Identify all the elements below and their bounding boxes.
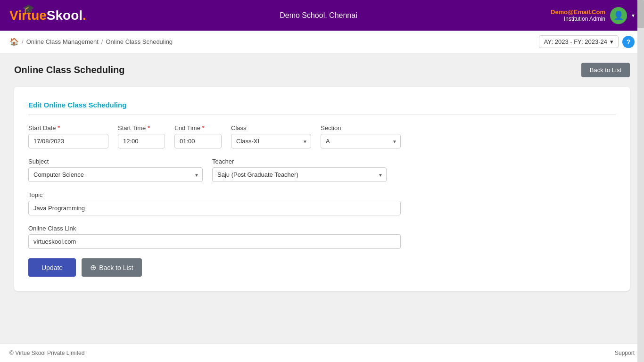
online-class-link-input[interactable] xyxy=(28,234,401,249)
teacher-group: Teacher Saju (Post Graduate Teacher) xyxy=(212,158,387,182)
footer-copyright: © Virtue Skool Private Limited xyxy=(9,350,84,356)
start-date-group: Start Date * xyxy=(28,124,108,148)
user-email: Demo@Email.Com xyxy=(551,8,605,16)
form-row-1: Start Date * Start Time * End Time * Cla… xyxy=(28,124,616,148)
back-to-list-label: Back to List xyxy=(99,264,133,272)
start-time-required: * xyxy=(148,124,150,132)
class-select[interactable]: Class-XI xyxy=(231,134,311,148)
user-dropdown-arrow[interactable]: ▾ xyxy=(632,12,635,19)
ay-selector[interactable]: AY: 2023 - FY: 2023-24 ▾ xyxy=(539,35,619,48)
help-button[interactable]: ? xyxy=(622,36,635,48)
breadcrumb-right: AY: 2023 - FY: 2023-24 ▾ ? xyxy=(539,35,635,48)
section-group: Section A xyxy=(321,124,401,148)
user-role: Institution Admin xyxy=(551,16,605,22)
form-card: Edit Online Class Scheduling Start Date … xyxy=(14,87,630,291)
logo-skool: Skool xyxy=(47,8,83,23)
logo: 🎓 VirtueSkool. xyxy=(9,8,86,23)
end-time-label: End Time * xyxy=(174,124,222,132)
footer: © Virtue Skool Private Limited Support xyxy=(0,344,644,362)
breadcrumb-sep-1: / xyxy=(22,38,24,45)
topic-row: Topic xyxy=(28,191,616,215)
home-icon[interactable]: 🏠 xyxy=(9,37,19,46)
breadcrumb-online-class-management[interactable]: Online Class Management xyxy=(26,38,99,45)
subject-group: Subject Computer Science xyxy=(28,158,203,182)
start-time-group: Start Time * xyxy=(118,124,165,148)
form-row-2: Subject Computer Science Teacher Saju (P… xyxy=(28,158,616,182)
subject-select-wrapper: Computer Science xyxy=(28,167,203,182)
start-time-input[interactable] xyxy=(118,134,165,148)
section-label: Section xyxy=(321,124,401,132)
ay-selector-arrow: ▾ xyxy=(610,38,613,45)
breadcrumb: 🏠 / Online Class Management / Online Cla… xyxy=(9,37,173,46)
breadcrumb-bar: 🏠 / Online Class Management / Online Cla… xyxy=(0,31,644,53)
teacher-select[interactable]: Saju (Post Graduate Teacher) xyxy=(212,167,387,182)
topic-group: Topic xyxy=(28,191,616,215)
header-right: Demo@Email.Com Institution Admin 👤 ▾ xyxy=(551,7,635,24)
start-time-label: Start Time * xyxy=(118,124,165,132)
end-time-input[interactable] xyxy=(174,134,222,148)
update-button[interactable]: Update xyxy=(28,258,76,277)
teacher-select-wrapper: Saju (Post Graduate Teacher) xyxy=(212,167,387,182)
subject-select[interactable]: Computer Science xyxy=(28,167,203,182)
start-date-input[interactable] xyxy=(28,134,108,148)
end-time-group: End Time * xyxy=(174,124,222,148)
scrollbar[interactable] xyxy=(637,0,644,362)
form-section-title: Edit Online Class Scheduling xyxy=(28,101,616,115)
back-to-list-button[interactable]: ⊕ Back to List xyxy=(82,258,141,277)
teacher-label: Teacher xyxy=(212,158,387,165)
start-date-required: * xyxy=(58,124,60,132)
school-name: Demo School, Chennai xyxy=(280,11,357,20)
topic-input[interactable] xyxy=(28,201,401,215)
user-info: Demo@Email.Com Institution Admin xyxy=(551,8,605,22)
header: 🎓 VirtueSkool. Demo School, Chennai Demo… xyxy=(0,0,644,31)
end-time-required: * xyxy=(202,124,205,132)
page-title: Online Class Scheduling xyxy=(14,65,125,75)
breadcrumb-online-class-scheduling: Online Class Scheduling xyxy=(106,38,173,45)
page-header: Online Class Scheduling Back to List xyxy=(14,63,630,77)
online-class-link-group: Online Class Link xyxy=(28,225,616,249)
section-select[interactable]: A xyxy=(321,134,401,148)
breadcrumb-sep-2: / xyxy=(101,38,103,45)
topic-label: Topic xyxy=(28,191,616,198)
logo-dot: . xyxy=(83,8,86,23)
back-to-list-top-button[interactable]: Back to List xyxy=(581,63,630,77)
start-date-label: Start Date * xyxy=(28,124,108,132)
class-group: Class Class-XI xyxy=(231,124,311,148)
class-label: Class xyxy=(231,124,311,132)
ay-selector-label: AY: 2023 - FY: 2023-24 xyxy=(544,38,607,45)
avatar[interactable]: 👤 xyxy=(610,7,627,24)
back-icon: ⊕ xyxy=(90,263,96,272)
subject-label: Subject xyxy=(28,158,203,165)
footer-support[interactable]: Support xyxy=(615,350,635,356)
class-select-wrapper: Class-XI xyxy=(231,134,311,148)
main-content: Online Class Scheduling Back to List Edi… xyxy=(0,53,644,344)
link-row: Online Class Link xyxy=(28,225,616,249)
scroll-thumb[interactable] xyxy=(637,0,644,28)
form-actions: Update ⊕ Back to List xyxy=(28,258,616,277)
online-class-link-label: Online Class Link xyxy=(28,225,616,232)
section-select-wrapper: A xyxy=(321,134,401,148)
